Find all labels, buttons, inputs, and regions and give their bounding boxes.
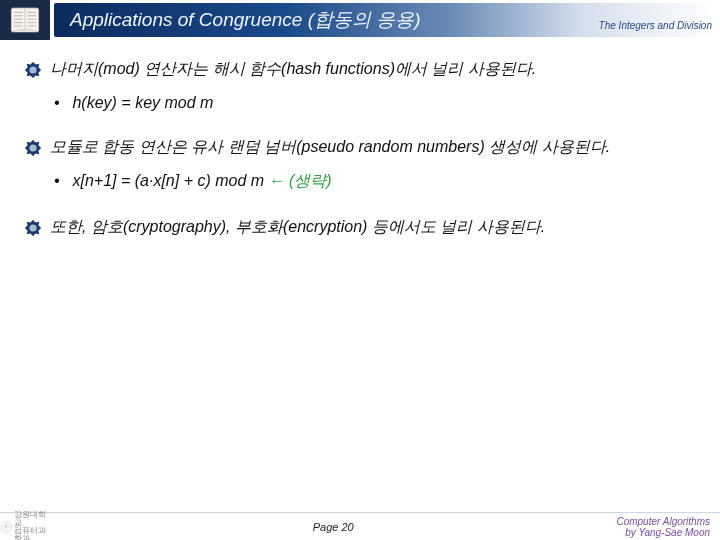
crest-icon [24, 61, 42, 79]
content-area: 나머지(mod) 연산자는 해시 함수(hash functions)에서 널리… [0, 40, 720, 238]
header: Applications of Congruence (합동의 응용) The … [0, 0, 720, 40]
dot-icon: • [54, 172, 68, 190]
section-label: The Integers and Division [599, 20, 712, 31]
sub-bullet-2-main: x[n+1] = (a·x[n] + c) mod m [72, 172, 268, 189]
page-number: Page 20 [50, 521, 616, 533]
left-arrow-icon: ← [269, 172, 285, 189]
bullet-3-text: 또한, 암호(cryptography), 부호화(encryption) 등에… [50, 216, 696, 238]
crest-icon [24, 139, 42, 157]
svg-point-1 [29, 66, 36, 73]
bullet-2-text: 모듈로 합동 연산은 유사 랜덤 넘버(pseudo random number… [50, 136, 696, 158]
bullet-1: 나머지(mod) 연산자는 해시 함수(hash functions)에서 널리… [24, 58, 696, 80]
slide-title: Applications of Congruence (합동의 응용) [70, 7, 421, 33]
dot-icon: • [54, 94, 68, 112]
sub-bullet-2-note: (생략) [285, 172, 332, 189]
footer-logo-text: 강원대학교컴퓨터과학과 [14, 511, 50, 541]
svg-point-2 [29, 144, 36, 151]
footer-logo: 강원대학교컴퓨터과학과 [0, 513, 50, 540]
sub-bullet-1: • h(key) = key mod m [54, 94, 696, 112]
header-logo [0, 0, 50, 40]
bullet-1-text: 나머지(mod) 연산자는 해시 함수(hash functions)에서 널리… [50, 58, 696, 80]
credit-line-1: Computer Algorithms [616, 516, 710, 527]
university-seal-icon [0, 519, 12, 535]
svg-point-3 [29, 225, 36, 232]
credit-line-2: by Yang-Sae Moon [625, 527, 710, 538]
bullet-2: 모듈로 합동 연산은 유사 랜덤 넘버(pseudo random number… [24, 136, 696, 158]
book-icon [8, 3, 42, 37]
footer-credit: Computer Algorithms by Yang-Sae Moon [616, 516, 720, 538]
sub-bullet-2: • x[n+1] = (a·x[n] + c) mod m ← (생략) [54, 171, 696, 192]
sub-bullet-1-text: h(key) = key mod m [72, 94, 213, 111]
footer: 강원대학교컴퓨터과학과 Page 20 Computer Algorithms … [0, 512, 720, 540]
crest-icon [24, 219, 42, 237]
bullet-3: 또한, 암호(cryptography), 부호화(encryption) 등에… [24, 216, 696, 238]
